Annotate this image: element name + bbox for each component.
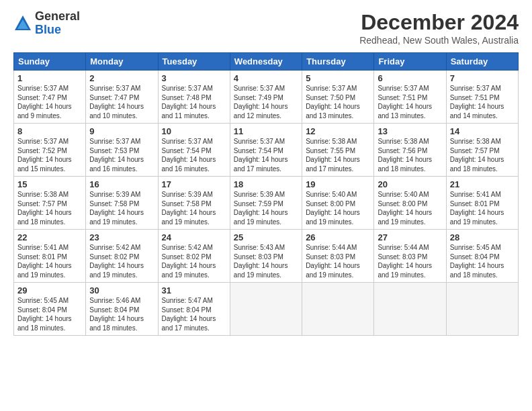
col-sunday: Sunday [14, 53, 86, 71]
day-cell-19: 19 Sunrise: 5:40 AMSunset: 8:00 PMDaylig… [302, 177, 374, 230]
day-cell-31: 31 Sunrise: 5:47 AMSunset: 8:04 PMDaylig… [158, 283, 230, 336]
day-cell-6: 6 Sunrise: 5:37 AMSunset: 7:51 PMDayligh… [374, 71, 446, 124]
day-cell-18: 18 Sunrise: 5:39 AMSunset: 7:59 PMDaylig… [230, 177, 302, 230]
day-cell-9: 9 Sunrise: 5:37 AMSunset: 7:53 PMDayligh… [86, 124, 158, 177]
day-cell-27: 27 Sunrise: 5:44 AMSunset: 8:03 PMDaylig… [374, 230, 446, 283]
day-cell-22: 22 Sunrise: 5:41 AMSunset: 8:01 PMDaylig… [14, 230, 86, 283]
day-cell-12: 12 Sunrise: 5:38 AMSunset: 7:55 PMDaylig… [302, 124, 374, 177]
day-cell-5: 5 Sunrise: 5:37 AMSunset: 7:50 PMDayligh… [302, 71, 374, 124]
day-cell-15: 15 Sunrise: 5:38 AMSunset: 7:57 PMDaylig… [14, 177, 86, 230]
logo: General Blue [13, 10, 80, 37]
location: Redhead, New South Wales, Australia [359, 35, 519, 46]
logo-icon [13, 14, 32, 33]
logo-text: General Blue [35, 10, 80, 37]
day-cell-4: 4 Sunrise: 5:37 AMSunset: 7:49 PMDayligh… [230, 71, 302, 124]
table-row: 8 Sunrise: 5:37 AMSunset: 7:52 PMDayligh… [14, 124, 519, 177]
col-monday: Monday [86, 53, 158, 71]
col-tuesday: Tuesday [158, 53, 230, 71]
title-block: December 2024 Redhead, New South Wales, … [359, 10, 519, 46]
day-cell-24: 24 Sunrise: 5:42 AMSunset: 8:02 PMDaylig… [158, 230, 230, 283]
day-cell-28: 28 Sunrise: 5:45 AMSunset: 8:04 PMDaylig… [446, 230, 518, 283]
empty-cell [302, 283, 374, 336]
day-cell-3: 3 Sunrise: 5:37 AMSunset: 7:48 PMDayligh… [158, 71, 230, 124]
day-cell-29: 29 Sunrise: 5:45 AMSunset: 8:04 PMDaylig… [14, 283, 86, 336]
day-cell-14: 14 Sunrise: 5:38 AMSunset: 7:57 PMDaylig… [446, 124, 518, 177]
day-cell-7: 7 Sunrise: 5:37 AMSunset: 7:51 PMDayligh… [446, 71, 518, 124]
day-cell-11: 11 Sunrise: 5:37 AMSunset: 7:54 PMDaylig… [230, 124, 302, 177]
day-cell-1: 1 Sunrise: 5:37 AMSunset: 7:47 PMDayligh… [14, 71, 86, 124]
empty-cell [230, 283, 302, 336]
calendar-header-row: Sunday Monday Tuesday Wednesday Thursday… [14, 53, 519, 71]
day-cell-17: 17 Sunrise: 5:39 AMSunset: 7:58 PMDaylig… [158, 177, 230, 230]
day-cell-13: 13 Sunrise: 5:38 AMSunset: 7:56 PMDaylig… [374, 124, 446, 177]
day-cell-10: 10 Sunrise: 5:37 AMSunset: 7:54 PMDaylig… [158, 124, 230, 177]
day-cell-30: 30 Sunrise: 5:46 AMSunset: 8:04 PMDaylig… [86, 283, 158, 336]
page: General Blue December 2024 Redhead, New … [0, 0, 532, 411]
day-cell-16: 16 Sunrise: 5:39 AMSunset: 7:58 PMDaylig… [86, 177, 158, 230]
day-cell-25: 25 Sunrise: 5:43 AMSunset: 8:03 PMDaylig… [230, 230, 302, 283]
col-friday: Friday [374, 53, 446, 71]
day-cell-2: 2 Sunrise: 5:37 AMSunset: 7:47 PMDayligh… [86, 71, 158, 124]
header: General Blue December 2024 Redhead, New … [13, 10, 519, 46]
col-wednesday: Wednesday [230, 53, 302, 71]
empty-cell [446, 283, 518, 336]
day-cell-21: 21 Sunrise: 5:41 AMSunset: 8:01 PMDaylig… [446, 177, 518, 230]
calendar-table: Sunday Monday Tuesday Wednesday Thursday… [13, 52, 519, 336]
table-row: 15 Sunrise: 5:38 AMSunset: 7:57 PMDaylig… [14, 177, 519, 230]
empty-cell [374, 283, 446, 336]
table-row: 22 Sunrise: 5:41 AMSunset: 8:01 PMDaylig… [14, 230, 519, 283]
day-cell-23: 23 Sunrise: 5:42 AMSunset: 8:02 PMDaylig… [86, 230, 158, 283]
day-cell-8: 8 Sunrise: 5:37 AMSunset: 7:52 PMDayligh… [14, 124, 86, 177]
table-row: 1 Sunrise: 5:37 AMSunset: 7:47 PMDayligh… [14, 71, 519, 124]
month-title: December 2024 [359, 10, 519, 35]
day-cell-26: 26 Sunrise: 5:44 AMSunset: 8:03 PMDaylig… [302, 230, 374, 283]
day-cell-20: 20 Sunrise: 5:40 AMSunset: 8:00 PMDaylig… [374, 177, 446, 230]
col-thursday: Thursday [302, 53, 374, 71]
table-row: 29 Sunrise: 5:45 AMSunset: 8:04 PMDaylig… [14, 283, 519, 336]
col-saturday: Saturday [446, 53, 518, 71]
